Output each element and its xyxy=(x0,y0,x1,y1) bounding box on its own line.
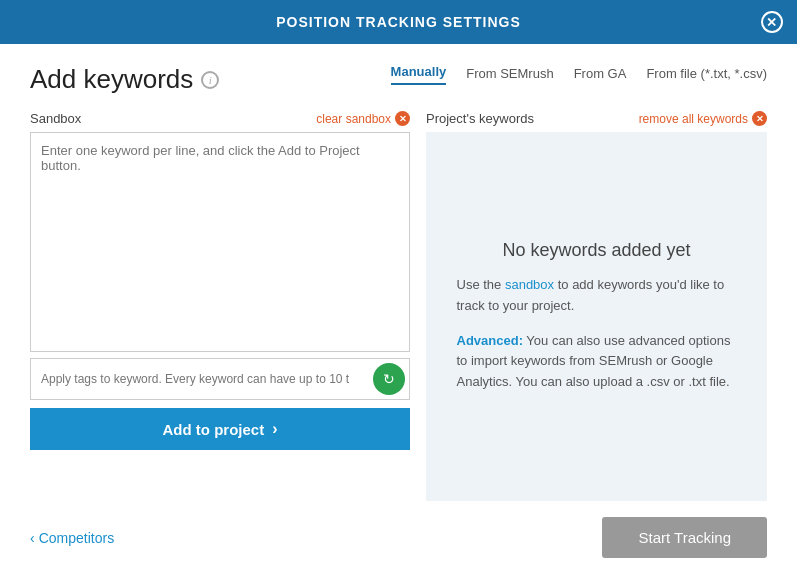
close-icon: ✕ xyxy=(766,15,778,30)
info-icon[interactable]: i xyxy=(201,71,219,89)
advanced-label: Advanced: xyxy=(457,333,523,348)
chevron-left-icon: ‹ xyxy=(30,530,35,546)
add-to-project-button[interactable]: Add to project › xyxy=(30,408,410,450)
refresh-icon[interactable]: ↻ xyxy=(373,363,405,395)
sandbox-header: Sandbox clear sandbox ✕ xyxy=(30,111,410,126)
top-section: Add keywords i Manually From SEMrush Fro… xyxy=(30,64,767,95)
tab-from-semrush[interactable]: From SEMrush xyxy=(466,66,553,85)
competitors-link[interactable]: ‹ Competitors xyxy=(30,530,114,546)
start-tracking-button[interactable]: Start Tracking xyxy=(602,517,767,558)
modal-header: POSITION TRACKING SETTINGS ✕ xyxy=(0,0,797,44)
tags-row: ↻ xyxy=(30,358,410,400)
arrow-icon: › xyxy=(272,420,277,438)
modal-close-button[interactable]: ✕ xyxy=(761,11,783,33)
tab-from-file[interactable]: From file (*.txt, *.csv) xyxy=(646,66,767,85)
modal-body: Add keywords i Manually From SEMrush Fro… xyxy=(0,44,797,501)
no-keywords-title: No keywords added yet xyxy=(502,240,690,261)
page-title: Add keywords xyxy=(30,64,193,95)
clear-sandbox-button[interactable]: clear sandbox ✕ xyxy=(316,111,410,126)
tags-input[interactable] xyxy=(31,364,369,394)
remove-all-keywords-button[interactable]: remove all keywords ✕ xyxy=(639,111,767,126)
keywords-header: Project's keywords remove all keywords ✕ xyxy=(426,111,767,126)
modal-footer: ‹ Competitors Start Tracking xyxy=(0,501,797,578)
content-area: Sandbox clear sandbox ✕ ↻ Add to project… xyxy=(30,111,767,501)
modal-container: POSITION TRACKING SETTINGS ✕ Add keyword… xyxy=(0,0,797,578)
remove-all-icon: ✕ xyxy=(752,111,767,126)
keyword-textarea[interactable] xyxy=(30,132,410,352)
keywords-empty-box: No keywords added yet Use the sandbox to… xyxy=(426,132,767,501)
right-panel: Project's keywords remove all keywords ✕… xyxy=(426,111,767,501)
left-panel: Sandbox clear sandbox ✕ ↻ Add to project… xyxy=(30,111,410,501)
no-keywords-advanced: Advanced: You can also use advanced opti… xyxy=(457,331,737,393)
modal-title: POSITION TRACKING SETTINGS xyxy=(276,14,521,30)
projects-keywords-label: Project's keywords xyxy=(426,111,534,126)
tab-from-ga[interactable]: From GA xyxy=(574,66,627,85)
no-keywords-desc: Use the sandbox to add keywords you'd li… xyxy=(457,275,737,317)
tabs-container: Manually From SEMrush From GA From file … xyxy=(391,64,767,85)
clear-sandbox-icon: ✕ xyxy=(395,111,410,126)
page-title-area: Add keywords i xyxy=(30,64,219,95)
sandbox-label: Sandbox xyxy=(30,111,81,126)
tab-manually[interactable]: Manually xyxy=(391,64,447,85)
sandbox-link[interactable]: sandbox xyxy=(505,277,554,292)
